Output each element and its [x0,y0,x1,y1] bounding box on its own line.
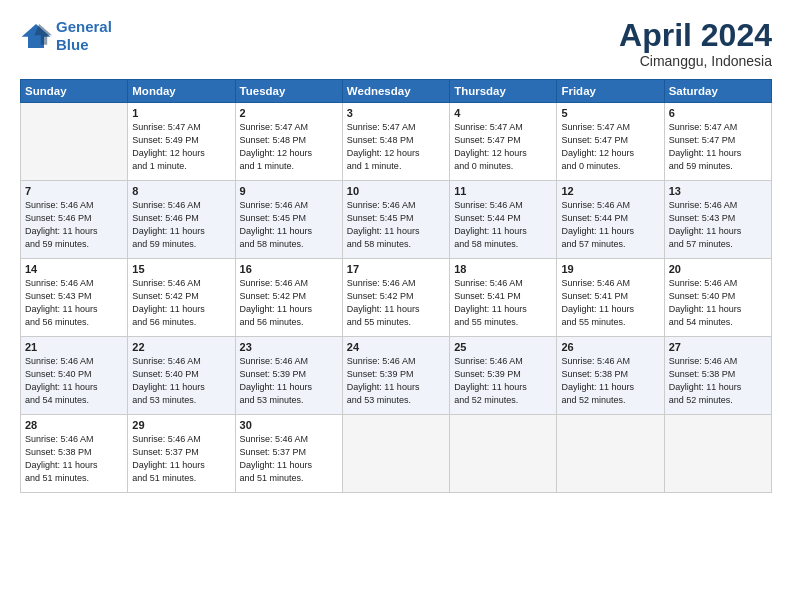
day-cell: 10Sunrise: 5:46 AM Sunset: 5:45 PM Dayli… [342,181,449,259]
day-info: Sunrise: 5:46 AM Sunset: 5:45 PM Dayligh… [240,199,338,251]
day-number: 9 [240,185,338,197]
day-number: 27 [669,341,767,353]
day-number: 18 [454,263,552,275]
day-info: Sunrise: 5:47 AM Sunset: 5:47 PM Dayligh… [669,121,767,173]
day-number: 26 [561,341,659,353]
day-number: 12 [561,185,659,197]
header-row: SundayMondayTuesdayWednesdayThursdayFrid… [21,80,772,103]
day-info: Sunrise: 5:46 AM Sunset: 5:41 PM Dayligh… [561,277,659,329]
week-row-4: 21Sunrise: 5:46 AM Sunset: 5:40 PM Dayli… [21,337,772,415]
col-header-thursday: Thursday [450,80,557,103]
day-cell [21,103,128,181]
day-number: 30 [240,419,338,431]
logo-icon [20,22,52,50]
day-number: 13 [669,185,767,197]
day-cell: 12Sunrise: 5:46 AM Sunset: 5:44 PM Dayli… [557,181,664,259]
day-cell: 30Sunrise: 5:46 AM Sunset: 5:37 PM Dayli… [235,415,342,493]
day-cell: 11Sunrise: 5:46 AM Sunset: 5:44 PM Dayli… [450,181,557,259]
day-cell [557,415,664,493]
day-number: 28 [25,419,123,431]
day-cell: 2Sunrise: 5:47 AM Sunset: 5:48 PM Daylig… [235,103,342,181]
day-cell: 18Sunrise: 5:46 AM Sunset: 5:41 PM Dayli… [450,259,557,337]
day-number: 8 [132,185,230,197]
day-cell: 26Sunrise: 5:46 AM Sunset: 5:38 PM Dayli… [557,337,664,415]
day-cell: 27Sunrise: 5:46 AM Sunset: 5:38 PM Dayli… [664,337,771,415]
day-info: Sunrise: 5:47 AM Sunset: 5:48 PM Dayligh… [347,121,445,173]
logo-text: General Blue [56,18,112,54]
day-cell [342,415,449,493]
day-info: Sunrise: 5:46 AM Sunset: 5:45 PM Dayligh… [347,199,445,251]
day-cell [450,415,557,493]
week-row-5: 28Sunrise: 5:46 AM Sunset: 5:38 PM Dayli… [21,415,772,493]
logo: General Blue [20,18,112,54]
day-number: 20 [669,263,767,275]
day-cell: 4Sunrise: 5:47 AM Sunset: 5:47 PM Daylig… [450,103,557,181]
day-cell: 6Sunrise: 5:47 AM Sunset: 5:47 PM Daylig… [664,103,771,181]
day-cell: 14Sunrise: 5:46 AM Sunset: 5:43 PM Dayli… [21,259,128,337]
day-cell: 1Sunrise: 5:47 AM Sunset: 5:49 PM Daylig… [128,103,235,181]
day-info: Sunrise: 5:46 AM Sunset: 5:40 PM Dayligh… [132,355,230,407]
day-number: 24 [347,341,445,353]
day-number: 19 [561,263,659,275]
week-row-1: 1Sunrise: 5:47 AM Sunset: 5:49 PM Daylig… [21,103,772,181]
day-info: Sunrise: 5:46 AM Sunset: 5:40 PM Dayligh… [669,277,767,329]
day-cell: 22Sunrise: 5:46 AM Sunset: 5:40 PM Dayli… [128,337,235,415]
day-cell: 15Sunrise: 5:46 AM Sunset: 5:42 PM Dayli… [128,259,235,337]
week-row-2: 7Sunrise: 5:46 AM Sunset: 5:46 PM Daylig… [21,181,772,259]
month-title: April 2024 [619,18,772,53]
day-number: 4 [454,107,552,119]
day-info: Sunrise: 5:46 AM Sunset: 5:37 PM Dayligh… [132,433,230,485]
day-info: Sunrise: 5:46 AM Sunset: 5:43 PM Dayligh… [669,199,767,251]
day-cell: 7Sunrise: 5:46 AM Sunset: 5:46 PM Daylig… [21,181,128,259]
day-cell: 5Sunrise: 5:47 AM Sunset: 5:47 PM Daylig… [557,103,664,181]
calendar-table: SundayMondayTuesdayWednesdayThursdayFrid… [20,79,772,493]
day-number: 7 [25,185,123,197]
day-cell: 17Sunrise: 5:46 AM Sunset: 5:42 PM Dayli… [342,259,449,337]
day-cell: 19Sunrise: 5:46 AM Sunset: 5:41 PM Dayli… [557,259,664,337]
col-header-wednesday: Wednesday [342,80,449,103]
col-header-monday: Monday [128,80,235,103]
day-info: Sunrise: 5:46 AM Sunset: 5:38 PM Dayligh… [669,355,767,407]
location: Cimanggu, Indonesia [619,53,772,69]
day-info: Sunrise: 5:46 AM Sunset: 5:40 PM Dayligh… [25,355,123,407]
day-number: 5 [561,107,659,119]
day-number: 23 [240,341,338,353]
day-info: Sunrise: 5:47 AM Sunset: 5:47 PM Dayligh… [561,121,659,173]
title-block: April 2024 Cimanggu, Indonesia [619,18,772,69]
day-info: Sunrise: 5:46 AM Sunset: 5:38 PM Dayligh… [25,433,123,485]
day-info: Sunrise: 5:47 AM Sunset: 5:48 PM Dayligh… [240,121,338,173]
day-info: Sunrise: 5:46 AM Sunset: 5:46 PM Dayligh… [132,199,230,251]
day-info: Sunrise: 5:46 AM Sunset: 5:39 PM Dayligh… [347,355,445,407]
day-info: Sunrise: 5:46 AM Sunset: 5:42 PM Dayligh… [132,277,230,329]
day-cell: 28Sunrise: 5:46 AM Sunset: 5:38 PM Dayli… [21,415,128,493]
day-cell: 20Sunrise: 5:46 AM Sunset: 5:40 PM Dayli… [664,259,771,337]
day-number: 6 [669,107,767,119]
day-info: Sunrise: 5:46 AM Sunset: 5:44 PM Dayligh… [561,199,659,251]
day-cell: 3Sunrise: 5:47 AM Sunset: 5:48 PM Daylig… [342,103,449,181]
day-info: Sunrise: 5:46 AM Sunset: 5:37 PM Dayligh… [240,433,338,485]
day-number: 29 [132,419,230,431]
page: General Blue April 2024 Cimanggu, Indone… [0,0,792,612]
day-info: Sunrise: 5:46 AM Sunset: 5:43 PM Dayligh… [25,277,123,329]
day-info: Sunrise: 5:46 AM Sunset: 5:42 PM Dayligh… [347,277,445,329]
day-number: 14 [25,263,123,275]
day-info: Sunrise: 5:46 AM Sunset: 5:41 PM Dayligh… [454,277,552,329]
day-cell: 24Sunrise: 5:46 AM Sunset: 5:39 PM Dayli… [342,337,449,415]
day-info: Sunrise: 5:46 AM Sunset: 5:44 PM Dayligh… [454,199,552,251]
day-number: 21 [25,341,123,353]
col-header-sunday: Sunday [21,80,128,103]
day-cell: 25Sunrise: 5:46 AM Sunset: 5:39 PM Dayli… [450,337,557,415]
day-cell: 23Sunrise: 5:46 AM Sunset: 5:39 PM Dayli… [235,337,342,415]
day-number: 25 [454,341,552,353]
day-cell: 8Sunrise: 5:46 AM Sunset: 5:46 PM Daylig… [128,181,235,259]
col-header-friday: Friday [557,80,664,103]
header: General Blue April 2024 Cimanggu, Indone… [20,18,772,69]
day-cell [664,415,771,493]
day-info: Sunrise: 5:46 AM Sunset: 5:46 PM Dayligh… [25,199,123,251]
day-number: 2 [240,107,338,119]
day-info: Sunrise: 5:47 AM Sunset: 5:49 PM Dayligh… [132,121,230,173]
day-info: Sunrise: 5:46 AM Sunset: 5:39 PM Dayligh… [454,355,552,407]
day-info: Sunrise: 5:46 AM Sunset: 5:39 PM Dayligh… [240,355,338,407]
day-info: Sunrise: 5:46 AM Sunset: 5:38 PM Dayligh… [561,355,659,407]
day-number: 17 [347,263,445,275]
